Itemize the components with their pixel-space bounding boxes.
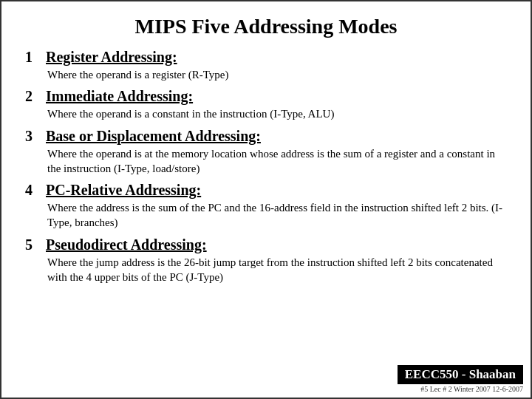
item-description: Where the operand is a register (R-Type) (47, 67, 507, 82)
item-header: 3Base or Displacement Addressing: (25, 128, 507, 145)
list-item: 5Pseudodirect Addressing:Where the jump … (25, 236, 507, 285)
list-item: 2Immediate Addressing:Where the operand … (25, 88, 507, 121)
item-title: PC-Relative Addressing: (46, 182, 201, 199)
item-description: Where the address is the sum of the PC a… (47, 200, 507, 231)
item-header: 5Pseudodirect Addressing: (25, 236, 507, 253)
item-title: Pseudodirect Addressing: (46, 236, 207, 253)
slide-title: MIPS Five Addressing Modes (25, 15, 507, 38)
item-description: Where the operand is a constant in the i… (47, 106, 507, 121)
footer-sub: #5 Lec # 2 Winter 2007 12-6-2007 (420, 385, 523, 393)
item-header: 2Immediate Addressing: (25, 88, 507, 105)
item-number: 1 (25, 49, 40, 66)
slide: MIPS Five Addressing Modes 1Register Add… (0, 0, 532, 399)
item-number: 4 (25, 182, 40, 199)
item-title: Register Addressing: (46, 49, 177, 66)
item-number: 2 (25, 88, 40, 105)
item-title: Immediate Addressing: (46, 88, 193, 105)
item-number: 3 (25, 128, 40, 145)
list-item: 3Base or Displacement Addressing:Where t… (25, 128, 507, 177)
footer: EECC550 - Shaaban #5 Lec # 2 Winter 2007… (398, 365, 523, 393)
item-description: Where the operand is at the memory locat… (47, 146, 507, 177)
item-title: Base or Displacement Addressing: (46, 128, 261, 145)
item-header: 4PC-Relative Addressing: (25, 182, 507, 199)
item-description: Where the jump address is the 26-bit jum… (47, 255, 507, 285)
list-item: 1Register Addressing:Where the operand i… (25, 49, 507, 82)
item-number: 5 (25, 236, 40, 253)
footer-badge: EECC550 - Shaaban (398, 365, 523, 384)
item-header: 1Register Addressing: (25, 49, 507, 66)
list-item: 4PC-Relative Addressing:Where the addres… (25, 182, 507, 231)
